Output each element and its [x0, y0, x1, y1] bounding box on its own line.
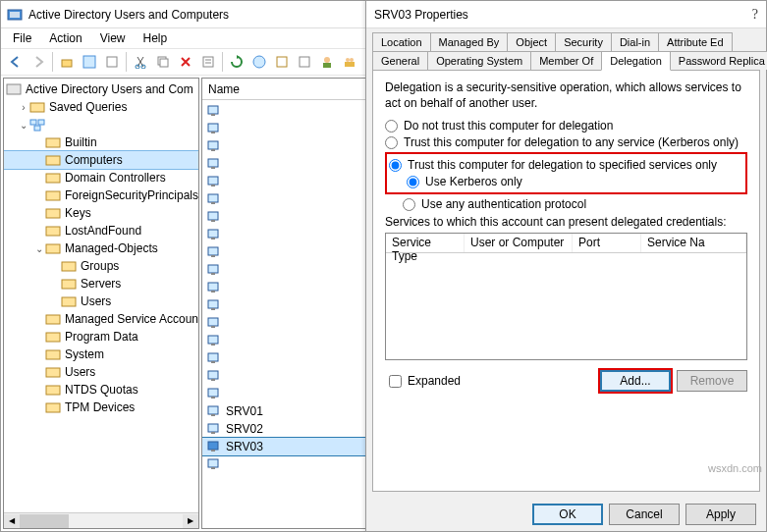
refresh-button[interactable] [226, 51, 247, 73]
col-port[interactable]: Port [573, 234, 641, 252]
tree-node-managed-objects[interactable]: ⌄Managed-Objects [4, 239, 198, 257]
menu-action[interactable]: Action [41, 29, 89, 47]
computer-icon [206, 369, 222, 383]
menu-view[interactable]: View [92, 29, 134, 47]
tab-general[interactable]: General [372, 51, 428, 70]
scroll-left-arrow[interactable]: ◀ [4, 514, 20, 528]
new-user-button[interactable] [316, 51, 338, 73]
svg-rect-35 [46, 315, 60, 324]
radio-trust-any[interactable]: Trust this computer for delegation to an… [385, 135, 747, 149]
tab-member-of[interactable]: Member Of [530, 51, 602, 70]
collapse-icon[interactable]: ⌄ [33, 243, 45, 254]
delete-button[interactable] [175, 51, 196, 73]
tree-node-program-data[interactable]: Program Data [4, 328, 198, 346]
svg-rect-22 [30, 120, 36, 125]
tree-saved-queries[interactable]: › Saved Queries [4, 98, 198, 116]
tree-node-computers[interactable]: Computers [4, 151, 198, 169]
svg-rect-72 [211, 379, 215, 381]
folder-icon [45, 188, 61, 202]
tree-h-scrollbar[interactable]: ◀ ▶ [4, 512, 198, 528]
ok-button[interactable]: OK [532, 504, 603, 525]
menu-file[interactable]: File [5, 29, 39, 47]
collapse-icon[interactable]: ⌄ [18, 120, 29, 131]
filter-button[interactable] [294, 51, 315, 73]
radio-kerberos-only[interactable]: Use Kerberos only [389, 175, 743, 188]
svg-rect-14 [300, 57, 309, 67]
dialog-titlebar[interactable]: SRV03 Properties ? [366, 1, 766, 28]
svg-rect-67 [208, 336, 218, 344]
tree-node-system[interactable]: System [4, 346, 198, 363]
copy-button[interactable] [152, 51, 174, 73]
help-icon[interactable]: ? [752, 7, 758, 23]
tab-password-replica[interactable]: Password Replica [670, 51, 767, 70]
tree-node-foreignsecurityprincipals[interactable]: ForeignSecurityPrincipals [4, 186, 198, 204]
svg-rect-45 [208, 141, 218, 149]
svg-rect-2 [62, 60, 72, 67]
cancel-button[interactable]: Cancel [609, 504, 680, 525]
tree-domain[interactable]: ⌄ [4, 116, 198, 133]
computer-icon [206, 387, 222, 400]
menu-help[interactable]: Help [136, 29, 176, 47]
expand-icon[interactable]: › [18, 102, 29, 113]
cut-button[interactable] [130, 51, 151, 73]
tree-node-domain-controllers[interactable]: Domain Controllers [4, 169, 198, 186]
tree-root[interactable]: Active Directory Users and Com [4, 80, 198, 98]
expanded-checkbox[interactable]: Expanded [385, 372, 461, 391]
export-list-button[interactable] [101, 51, 123, 73]
radio-no-trust[interactable]: Do not trust this computer for delegatio… [385, 119, 747, 133]
services-label: Services to which this account can prese… [385, 215, 747, 229]
tab-dial-in[interactable]: Dial-in [611, 32, 659, 51]
tree-pane[interactable]: Active Directory Users and Com › Saved Q… [3, 78, 199, 529]
col-service-type[interactable]: Service Type [386, 234, 465, 252]
tab-security[interactable]: Security [555, 32, 612, 51]
apply-button[interactable]: Apply [685, 504, 756, 525]
tree-node-builtin[interactable]: Builtin [4, 133, 198, 151]
help-button[interactable] [248, 51, 270, 73]
tree-node-users[interactable]: Users [4, 293, 198, 310]
svg-rect-25 [46, 138, 60, 147]
properties-button[interactable] [197, 51, 219, 73]
tree-node-users[interactable]: Users [4, 363, 198, 381]
forward-button[interactable] [27, 51, 49, 73]
tab-delegation[interactable]: Delegation [601, 51, 671, 71]
back-button[interactable] [5, 51, 27, 73]
tab-managed-by[interactable]: Managed By [430, 32, 509, 51]
svg-rect-50 [211, 185, 215, 186]
tree-node-groups[interactable]: Groups [4, 257, 198, 275]
dialog-title: SRV03 Properties [374, 8, 468, 22]
up-button[interactable] [56, 51, 78, 73]
svg-rect-47 [208, 159, 218, 167]
services-list[interactable]: Service Type User or Computer Port Servi… [385, 233, 747, 360]
svg-rect-55 [208, 230, 218, 238]
show-hide-tree-button[interactable] [79, 51, 100, 73]
new-group-button[interactable] [339, 51, 360, 73]
svg-rect-57 [208, 247, 218, 255]
svg-rect-20 [7, 84, 21, 94]
tree-node-keys[interactable]: Keys [4, 204, 198, 222]
scroll-thumb[interactable] [20, 514, 69, 528]
find-button[interactable] [271, 51, 293, 73]
tree-node-servers[interactable]: Servers [4, 275, 198, 293]
svg-rect-8 [160, 59, 168, 67]
tab-attribute-ed[interactable]: Attribute Ed [658, 32, 732, 51]
computer-icon [206, 351, 222, 365]
folder-icon [45, 365, 61, 379]
scroll-right-arrow[interactable]: ▶ [183, 514, 198, 528]
svg-rect-41 [208, 106, 218, 114]
radio-trust-specified[interactable]: Trust this computer for delegation to sp… [389, 158, 743, 172]
add-button[interactable]: Add... [600, 370, 671, 392]
tab-operating-system[interactable]: Operating System [427, 51, 531, 70]
svg-rect-68 [211, 344, 215, 346]
col-user-computer[interactable]: User or Computer [465, 234, 573, 252]
tree-node-lostandfound[interactable]: LostAndFound [4, 222, 198, 239]
svg-point-18 [350, 58, 354, 62]
tab-object[interactable]: Object [507, 32, 556, 51]
tree-node-tpm-devices[interactable]: TPM Devices [4, 399, 198, 416]
tab-location[interactable]: Location [372, 32, 431, 51]
svg-rect-38 [46, 368, 60, 377]
radio-any-auth[interactable]: Use any authentication protocol [385, 197, 747, 211]
tree-node-ntds-quotas[interactable]: NTDS Quotas [4, 381, 198, 399]
col-service-name[interactable]: Service Na [641, 234, 746, 252]
computer-icon [206, 245, 222, 259]
tree-node-managed-service-accoun[interactable]: Managed Service Accoun [4, 310, 198, 328]
